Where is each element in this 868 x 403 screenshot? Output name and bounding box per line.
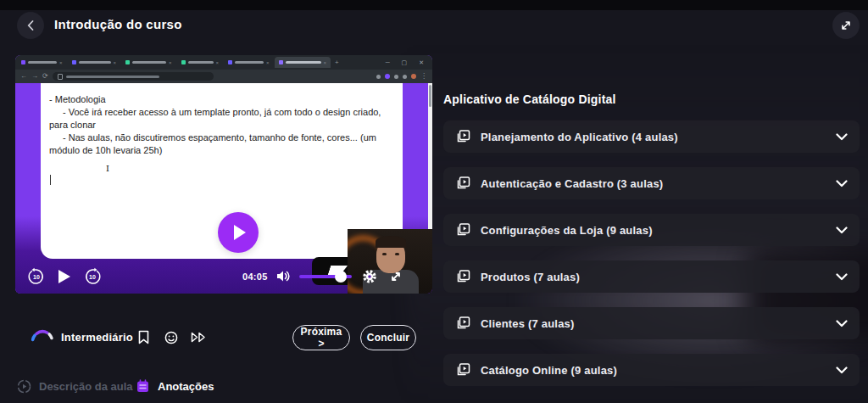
back-button[interactable] — [17, 12, 44, 39]
reaction-button[interactable] — [164, 331, 178, 344]
ibeam-cursor: I — [106, 164, 109, 173]
expand-button[interactable] — [832, 12, 860, 39]
module-label: Produtos (7 aulas) — [481, 271, 826, 283]
browser-extensions: ⋮ — [376, 73, 427, 80]
page-title: Introdução do curso — [54, 17, 182, 31]
forward-10-icon: 10 — [83, 267, 102, 286]
browser-tab-active: × — [275, 57, 331, 68]
recording-scrollbar — [428, 83, 432, 236]
module-row[interactable]: Produtos (7 aulas) — [443, 260, 860, 293]
big-play-button[interactable] — [218, 212, 259, 253]
settings-button[interactable] — [362, 269, 377, 284]
module-row[interactable]: Autenticação e Cadastro (3 aulas) — [443, 167, 860, 199]
slides-icon — [455, 129, 470, 144]
time-display: 04:05 — [242, 271, 268, 282]
player-controls: 10 10 04:05 — [15, 259, 432, 294]
browser-tab: × — [17, 57, 67, 68]
recording-document-text: - Metodologia - Você irá receber acesso … — [49, 93, 388, 157]
svg-text:10: 10 — [89, 274, 96, 280]
rewind-10-button[interactable]: 10 — [27, 267, 46, 286]
volume-icon — [276, 270, 291, 283]
gear-icon — [362, 269, 377, 284]
forward-icon: → — [31, 73, 38, 80]
volume-slider[interactable] — [299, 275, 352, 278]
slider-knob[interactable] — [335, 271, 347, 283]
volume-button[interactable] — [276, 270, 291, 283]
module-row[interactable]: Configurações da Loja (9 aulas) — [443, 214, 860, 246]
bookmark-button[interactable] — [138, 330, 149, 344]
svg-text:10: 10 — [33, 274, 40, 280]
complete-lesson-button[interactable]: Concluir — [360, 325, 416, 350]
new-tab-icon: + — [335, 59, 339, 66]
tab-label: Anotações — [158, 380, 214, 393]
tab-lesson-description[interactable]: Descrição da aula — [17, 379, 133, 394]
reload-icon: ⟳ — [42, 73, 48, 80]
top-strip — [0, 0, 868, 10]
chevron-down-icon — [836, 133, 848, 141]
chevron-down-icon — [836, 367, 848, 374]
person-eyes — [382, 253, 399, 255]
forward-10-button[interactable]: 10 — [83, 267, 102, 286]
person-hair — [376, 236, 406, 248]
slides-icon — [455, 176, 470, 191]
tab-annotations[interactable]: Anotações — [136, 379, 214, 394]
chevron-down-icon — [836, 227, 848, 234]
doc-line: - Nas aulas, não discutiremos espaçament… — [49, 132, 388, 157]
doc-line: - Metodologia — [49, 93, 388, 106]
module-row[interactable]: Planejamento do Aplicativo (4 aulas) — [443, 120, 860, 153]
chevron-down-icon — [836, 180, 848, 188]
browser-tab: × — [224, 57, 274, 68]
course-title: Aplicativo de Catálogo Digital — [443, 92, 616, 106]
slides-icon — [455, 222, 470, 238]
play-icon — [58, 269, 71, 284]
module-label: Autenticação e Cadastro (3 aulas) — [481, 177, 826, 190]
course-player-screen: Introdução do curso × × × × × × + ─ ▢ ✕ … — [0, 0, 868, 403]
fast-forward-icon — [191, 332, 207, 343]
url-field — [53, 72, 214, 81]
browser-tab: × — [177, 57, 224, 68]
recording-browser-tabstrip: × × × × × × + ─ ▢ ✕ — [15, 55, 432, 70]
module-label: Clientes (7 aulas) — [481, 317, 826, 330]
difficulty-gauge-icon — [29, 327, 56, 345]
back-icon: ← — [20, 73, 27, 80]
circle-play-icon — [17, 379, 31, 394]
expand-diagonal-icon — [840, 20, 852, 31]
notes-icon — [136, 379, 150, 394]
scrollbar-thumb — [429, 85, 431, 107]
chevron-left-icon — [27, 20, 34, 31]
window-controls: ─ ▢ ✕ — [386, 59, 431, 66]
play-icon — [234, 225, 246, 240]
fullscreen-button[interactable] — [389, 270, 403, 283]
speed-button[interactable] — [191, 332, 207, 343]
text-caret — [50, 175, 51, 185]
doc-line: - Você irá receber acesso à um template … — [49, 106, 388, 132]
fullscreen-icon — [389, 270, 403, 283]
lock-icon — [58, 74, 63, 80]
bookmark-icon — [138, 330, 149, 344]
slides-icon — [455, 269, 470, 284]
tab-label: Descrição da aula — [39, 380, 133, 393]
module-label: Configurações da Loja (9 aulas) — [481, 224, 826, 237]
rewind-10-icon: 10 — [27, 267, 46, 286]
module-label: Catálogo Online (9 aulas) — [481, 364, 826, 377]
browser-tab: × — [121, 57, 176, 68]
module-row[interactable]: Clientes (7 aulas) — [443, 307, 860, 339]
slides-icon — [455, 362, 470, 378]
recording-browser-addressbar: ← → ⟳ ⋮ — [15, 70, 432, 83]
chevron-down-icon — [836, 320, 848, 327]
browser-tab: × — [68, 57, 121, 68]
video-player[interactable]: × × × × × × + ─ ▢ ✕ ← → ⟳ ⋮ — [15, 55, 432, 294]
play-button[interactable] — [58, 269, 71, 284]
smiley-icon — [164, 331, 178, 344]
module-label: Planejamento do Aplicativo (4 aulas) — [481, 131, 826, 143]
chevron-down-icon — [836, 273, 848, 281]
next-lesson-button[interactable]: Próxima > — [292, 325, 350, 350]
module-row[interactable]: Catálogo Online (9 aulas) — [443, 354, 860, 386]
slides-icon — [455, 316, 470, 331]
difficulty-label: Intermediário — [61, 331, 133, 344]
